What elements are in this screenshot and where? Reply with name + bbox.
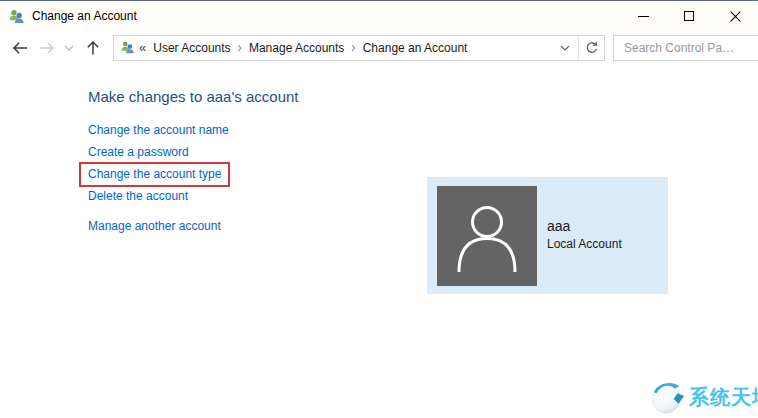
search-box[interactable] [613,35,758,61]
back-arrow-icon [11,40,29,56]
refresh-button[interactable] [580,36,604,60]
chevron-down-icon [64,45,74,51]
highlight-box: Change the account type [79,162,230,187]
address-bar[interactable]: « User Accounts › Manage Accounts › Chan… [113,35,605,61]
watermark-logo-icon [649,378,687,416]
navigation-toolbar: « User Accounts › Manage Accounts › Chan… [0,31,758,64]
manage-another-account-link[interactable]: Manage another account [88,219,221,233]
window-controls [620,1,758,31]
close-icon [730,11,741,22]
window-title: Change an Account [32,9,137,23]
person-icon [437,186,537,286]
address-dropdown-button[interactable] [553,36,577,60]
main-content: Make changes to aaa's account Change the… [0,64,758,418]
minimize-button[interactable] [620,1,666,31]
breadcrumb-item-change-an-account[interactable]: Change an Account [358,41,473,55]
breadcrumb-item-user-accounts[interactable]: User Accounts [148,41,235,55]
link-row: Change the account name [88,119,758,141]
create-password-link[interactable]: Create a password [88,145,189,159]
account-name: aaa [547,219,622,233]
close-button[interactable] [712,1,758,31]
breadcrumb-item-manage-accounts[interactable]: Manage Accounts [244,41,349,55]
up-arrow-icon [85,39,101,56]
minimize-icon [638,16,649,17]
breadcrumb-separator-icon: › [236,39,244,56]
account-info: aaa Local Account [547,219,622,250]
maximize-icon [684,11,694,21]
title-bar: Change an Account [0,1,758,31]
watermark: 系统天地 [649,378,758,416]
address-bar-divider [578,36,579,60]
account-tile: aaa Local Account [427,177,668,294]
breadcrumb-root-icon [120,40,135,55]
forward-button[interactable] [36,40,58,56]
breadcrumb-separator-icon: › [349,39,357,56]
maximize-button[interactable] [666,1,712,31]
recent-pages-button[interactable] [62,45,76,51]
account-type: Local Account [547,238,622,250]
account-avatar [437,186,537,286]
page-title: Make changes to aaa's account [88,88,758,105]
back-button[interactable] [9,40,31,56]
forward-arrow-icon [38,40,56,56]
change-account-name-link[interactable]: Change the account name [88,123,229,137]
breadcrumb-collapse-marker[interactable]: « [135,40,148,55]
link-row: Create a password [88,141,758,163]
up-button[interactable] [82,39,104,56]
chevron-down-icon [560,45,570,51]
refresh-icon [585,41,599,55]
change-account-type-link[interactable]: Change the account type [88,167,221,181]
search-input[interactable] [622,40,758,56]
watermark-text: 系统天地 [689,384,758,411]
user-accounts-icon [8,8,25,25]
delete-account-link[interactable]: Delete the account [88,189,188,203]
